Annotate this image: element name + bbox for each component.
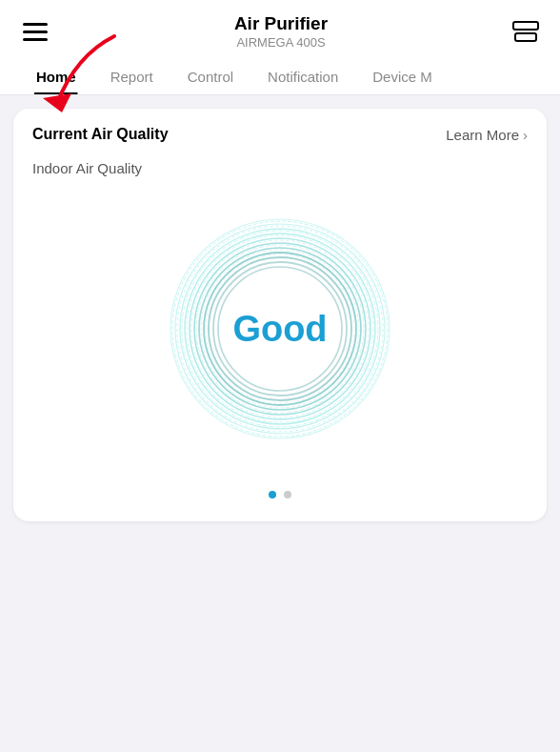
tab-control[interactable]: Control — [170, 59, 250, 94]
air-quality-gauge: Good — [32, 195, 528, 472]
air-quality-card: Current Air Quality Learn More › Indoor … — [13, 109, 547, 521]
svg-rect-1 — [515, 33, 536, 41]
chevron-right-icon: › — [523, 127, 528, 143]
pagination-dot-2[interactable] — [284, 491, 291, 498]
tab-bar: Home Report Control Notification Device … — [19, 59, 541, 94]
card-header: Current Air Quality Learn More › — [32, 126, 528, 143]
svg-rect-0 — [513, 22, 538, 30]
tab-device-m[interactable]: Device M — [355, 59, 450, 94]
pagination-dot-1[interactable] — [269, 491, 276, 498]
menu-button[interactable] — [19, 19, 51, 45]
learn-more-button[interactable]: Learn More › — [446, 127, 528, 143]
gauge-wrapper: Good — [156, 205, 404, 453]
main-content: Current Air Quality Learn More › Indoor … — [0, 95, 560, 535]
card-title: Current Air Quality — [32, 126, 169, 143]
header-title-block: Air Purifier AIRMEGA 400S — [234, 13, 328, 50]
tab-notification[interactable]: Notification — [250, 59, 355, 94]
app-title: Air Purifier — [234, 13, 328, 34]
learn-more-label: Learn More — [446, 127, 519, 143]
air-quality-value: Good — [232, 309, 327, 350]
device-model: AIRMEGA 400S — [234, 35, 328, 50]
app-header: Air Purifier AIRMEGA 400S Home Report Co… — [0, 0, 560, 95]
header-top: Air Purifier AIRMEGA 400S — [19, 13, 541, 59]
tab-report[interactable]: Report — [93, 59, 170, 94]
pagination-dots — [32, 491, 528, 498]
section-label: Indoor Air Quality — [32, 160, 528, 176]
device-icon-button[interactable] — [510, 16, 541, 47]
tab-home[interactable]: Home — [19, 59, 93, 94]
